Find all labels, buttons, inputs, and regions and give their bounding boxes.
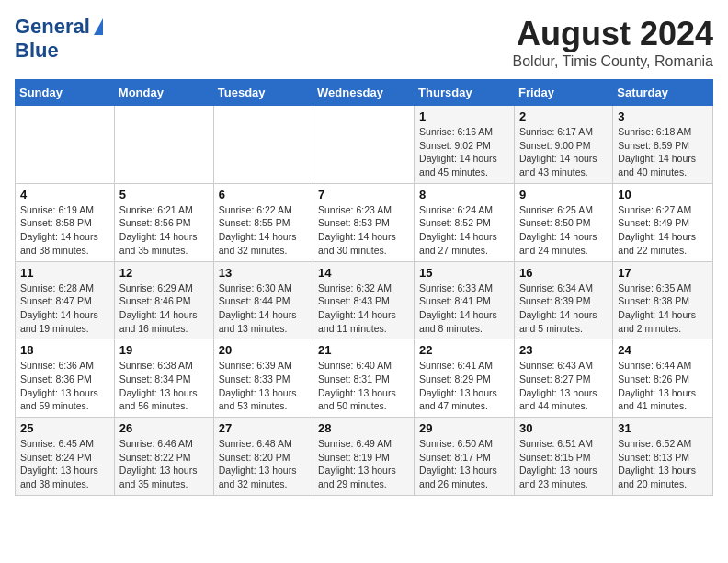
day-number: 29 — [419, 421, 509, 435]
location-title: Boldur, Timis County, Romania — [513, 53, 713, 70]
calendar-cell: 9Sunrise: 6:25 AM Sunset: 8:50 PM Daylig… — [514, 183, 612, 261]
day-number: 12 — [119, 266, 209, 280]
calendar-cell: 2Sunrise: 6:17 AM Sunset: 9:00 PM Daylig… — [514, 106, 612, 184]
calendar-cell: 1Sunrise: 6:16 AM Sunset: 9:02 PM Daylig… — [415, 106, 515, 184]
day-number: 2 — [519, 109, 608, 123]
day-number: 25 — [20, 421, 109, 435]
day-detail: Sunrise: 6:32 AM Sunset: 8:43 PM Dayligh… — [318, 282, 409, 336]
logo-text-general: General — [15, 15, 90, 39]
day-number: 22 — [419, 343, 509, 357]
day-number: 10 — [618, 188, 708, 201]
day-detail: Sunrise: 6:40 AM Sunset: 8:31 PM Dayligh… — [318, 359, 409, 413]
calendar-cell: 6Sunrise: 6:22 AM Sunset: 8:55 PM Daylig… — [213, 183, 313, 261]
weekday-header-row: SundayMondayTuesdayWednesdayThursdayFrid… — [16, 80, 713, 106]
calendar-week-row: 1Sunrise: 6:16 AM Sunset: 9:02 PM Daylig… — [16, 106, 713, 184]
calendar-cell: 13Sunrise: 6:30 AM Sunset: 8:44 PM Dayli… — [213, 261, 313, 339]
day-detail: Sunrise: 6:44 AM Sunset: 8:26 PM Dayligh… — [618, 359, 708, 413]
day-number: 30 — [519, 421, 608, 435]
day-detail: Sunrise: 6:23 AM Sunset: 8:53 PM Dayligh… — [318, 203, 409, 258]
day-number: 15 — [419, 266, 509, 280]
calendar-cell — [114, 106, 213, 184]
day-detail: Sunrise: 6:22 AM Sunset: 8:55 PM Dayligh… — [219, 203, 308, 258]
calendar-cell: 20Sunrise: 6:39 AM Sunset: 8:33 PM Dayli… — [213, 339, 313, 418]
calendar-cell: 26Sunrise: 6:46 AM Sunset: 8:22 PM Dayli… — [114, 418, 213, 496]
day-detail: Sunrise: 6:30 AM Sunset: 8:44 PM Dayligh… — [219, 282, 308, 336]
page-header: General Blue August 2024 Boldur, Timis C… — [15, 15, 713, 70]
day-number: 23 — [519, 343, 608, 357]
calendar-week-row: 11Sunrise: 6:28 AM Sunset: 8:47 PM Dayli… — [16, 261, 713, 339]
logo-icon — [94, 18, 103, 35]
calendar-cell: 19Sunrise: 6:38 AM Sunset: 8:34 PM Dayli… — [114, 339, 213, 418]
day-detail: Sunrise: 6:41 AM Sunset: 8:29 PM Dayligh… — [419, 359, 509, 413]
day-detail: Sunrise: 6:16 AM Sunset: 9:02 PM Dayligh… — [419, 125, 509, 179]
day-number: 1 — [419, 109, 509, 123]
day-detail: Sunrise: 6:35 AM Sunset: 8:38 PM Dayligh… — [618, 282, 708, 336]
weekday-header-sunday: Sunday — [16, 80, 115, 106]
day-number: 5 — [119, 188, 209, 201]
day-number: 26 — [119, 421, 209, 435]
day-number: 3 — [618, 109, 708, 123]
day-detail: Sunrise: 6:17 AM Sunset: 9:00 PM Dayligh… — [519, 125, 608, 179]
weekday-header-thursday: Thursday — [415, 80, 515, 106]
day-detail: Sunrise: 6:51 AM Sunset: 8:15 PM Dayligh… — [519, 437, 608, 491]
day-number: 16 — [519, 266, 608, 280]
weekday-header-tuesday: Tuesday — [213, 80, 313, 106]
calendar-cell: 22Sunrise: 6:41 AM Sunset: 8:29 PM Dayli… — [415, 339, 515, 418]
day-number: 6 — [219, 188, 308, 201]
calendar-cell: 25Sunrise: 6:45 AM Sunset: 8:24 PM Dayli… — [16, 418, 115, 496]
calendar-week-row: 25Sunrise: 6:45 AM Sunset: 8:24 PM Dayli… — [16, 418, 713, 496]
day-number: 31 — [618, 421, 708, 435]
calendar-cell: 5Sunrise: 6:21 AM Sunset: 8:56 PM Daylig… — [114, 183, 213, 261]
weekday-header-saturday: Saturday — [613, 80, 713, 106]
logo: General Blue — [15, 15, 103, 63]
calendar-cell: 8Sunrise: 6:24 AM Sunset: 8:52 PM Daylig… — [415, 183, 515, 261]
day-detail: Sunrise: 6:28 AM Sunset: 8:47 PM Dayligh… — [20, 282, 109, 336]
day-number: 19 — [119, 343, 209, 357]
calendar-cell: 10Sunrise: 6:27 AM Sunset: 8:49 PM Dayli… — [613, 183, 713, 261]
day-number: 27 — [219, 421, 308, 435]
calendar-week-row: 4Sunrise: 6:19 AM Sunset: 8:58 PM Daylig… — [16, 183, 713, 261]
day-number: 21 — [318, 343, 409, 357]
day-number: 4 — [20, 188, 109, 201]
day-detail: Sunrise: 6:34 AM Sunset: 8:39 PM Dayligh… — [519, 282, 608, 336]
day-number: 9 — [519, 188, 608, 201]
calendar-cell: 21Sunrise: 6:40 AM Sunset: 8:31 PM Dayli… — [313, 339, 415, 418]
calendar-cell: 16Sunrise: 6:34 AM Sunset: 8:39 PM Dayli… — [514, 261, 612, 339]
month-title: August 2024 — [513, 15, 713, 53]
day-detail: Sunrise: 6:29 AM Sunset: 8:46 PM Dayligh… — [119, 282, 209, 336]
title-area: August 2024 Boldur, Timis County, Romani… — [513, 15, 713, 70]
day-number: 11 — [20, 266, 109, 280]
day-detail: Sunrise: 6:45 AM Sunset: 8:24 PM Dayligh… — [20, 437, 109, 491]
day-detail: Sunrise: 6:33 AM Sunset: 8:41 PM Dayligh… — [419, 282, 509, 336]
day-number: 18 — [20, 343, 109, 357]
day-detail: Sunrise: 6:24 AM Sunset: 8:52 PM Dayligh… — [419, 203, 509, 258]
calendar-cell: 30Sunrise: 6:51 AM Sunset: 8:15 PM Dayli… — [514, 418, 612, 496]
calendar-cell: 27Sunrise: 6:48 AM Sunset: 8:20 PM Dayli… — [213, 418, 313, 496]
calendar-cell: 4Sunrise: 6:19 AM Sunset: 8:58 PM Daylig… — [16, 183, 115, 261]
day-detail: Sunrise: 6:49 AM Sunset: 8:19 PM Dayligh… — [318, 437, 409, 491]
day-detail: Sunrise: 6:50 AM Sunset: 8:17 PM Dayligh… — [419, 437, 509, 491]
calendar-cell: 17Sunrise: 6:35 AM Sunset: 8:38 PM Dayli… — [613, 261, 713, 339]
day-number: 28 — [318, 421, 409, 435]
calendar-cell: 12Sunrise: 6:29 AM Sunset: 8:46 PM Dayli… — [114, 261, 213, 339]
day-number: 8 — [419, 188, 509, 201]
day-detail: Sunrise: 6:25 AM Sunset: 8:50 PM Dayligh… — [519, 203, 608, 258]
day-number: 14 — [318, 266, 409, 280]
calendar-cell: 15Sunrise: 6:33 AM Sunset: 8:41 PM Dayli… — [415, 261, 515, 339]
calendar-cell: 31Sunrise: 6:52 AM Sunset: 8:13 PM Dayli… — [613, 418, 713, 496]
weekday-header-friday: Friday — [514, 80, 612, 106]
calendar-cell: 14Sunrise: 6:32 AM Sunset: 8:43 PM Dayli… — [313, 261, 415, 339]
day-detail: Sunrise: 6:46 AM Sunset: 8:22 PM Dayligh… — [119, 437, 209, 491]
day-detail: Sunrise: 6:52 AM Sunset: 8:13 PM Dayligh… — [618, 437, 708, 491]
calendar-cell — [16, 106, 115, 184]
calendar-cell: 23Sunrise: 6:43 AM Sunset: 8:27 PM Dayli… — [514, 339, 612, 418]
day-detail: Sunrise: 6:27 AM Sunset: 8:49 PM Dayligh… — [618, 203, 708, 258]
calendar-table: SundayMondayTuesdayWednesdayThursdayFrid… — [15, 79, 713, 496]
calendar-cell: 29Sunrise: 6:50 AM Sunset: 8:17 PM Dayli… — [415, 418, 515, 496]
day-detail: Sunrise: 6:48 AM Sunset: 8:20 PM Dayligh… — [219, 437, 308, 491]
calendar-cell — [213, 106, 313, 184]
weekday-header-monday: Monday — [114, 80, 213, 106]
day-detail: Sunrise: 6:19 AM Sunset: 8:58 PM Dayligh… — [20, 203, 109, 258]
calendar-cell: 18Sunrise: 6:36 AM Sunset: 8:36 PM Dayli… — [16, 339, 115, 418]
calendar-cell: 24Sunrise: 6:44 AM Sunset: 8:26 PM Dayli… — [613, 339, 713, 418]
